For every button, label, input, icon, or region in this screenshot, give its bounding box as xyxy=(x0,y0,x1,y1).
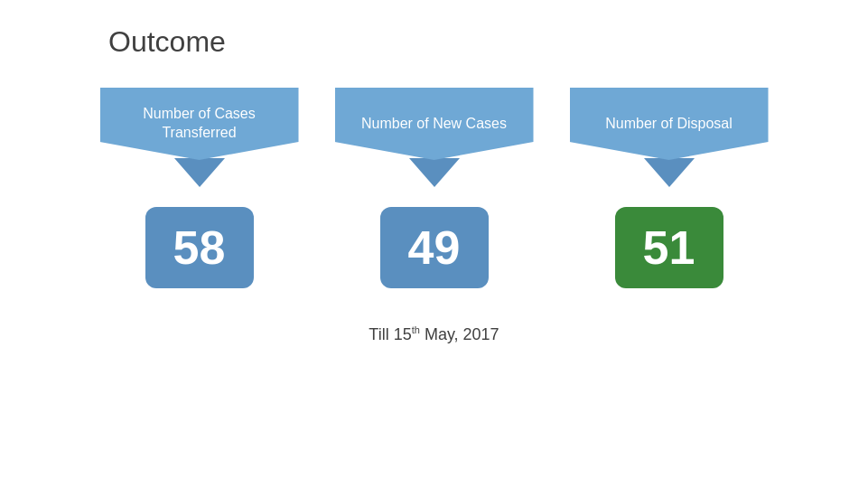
label-new-cases: Number of New Cases xyxy=(335,88,534,160)
badge-disposal: 51 xyxy=(615,207,723,288)
arrow-transferred xyxy=(174,158,225,187)
arrow-disposal xyxy=(644,158,695,187)
arrow-new-cases xyxy=(409,158,460,187)
footer-date: Till 15th May, 2017 xyxy=(369,324,499,344)
card-disposal: Number of Disposal 51 xyxy=(570,88,769,288)
cards-row: Number of Cases Transferred 58 Number of… xyxy=(0,88,868,288)
card-transferred: Number of Cases Transferred 58 xyxy=(100,88,299,288)
card-new-cases: Number of New Cases 49 xyxy=(335,88,534,288)
badge-transferred: 58 xyxy=(145,207,254,288)
label-disposal: Number of Disposal xyxy=(570,88,769,160)
page-title: Outcome xyxy=(0,25,226,59)
badge-new-cases: 49 xyxy=(380,207,489,288)
label-transferred: Number of Cases Transferred xyxy=(100,88,299,160)
